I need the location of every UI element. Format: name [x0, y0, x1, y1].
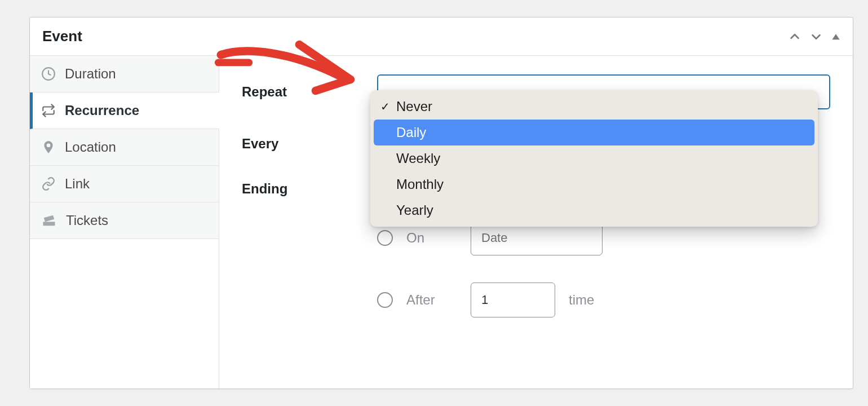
- tab-label: Recurrence: [65, 103, 139, 118]
- svg-marker-0: [832, 34, 839, 39]
- tab-link[interactable]: Link: [30, 166, 219, 202]
- ending-after-input[interactable]: [471, 283, 555, 317]
- dropdown-option-label: Never: [396, 99, 432, 114]
- dropdown-option-weekly[interactable]: Weekly: [374, 145, 814, 171]
- dropdown-option-daily[interactable]: Daily: [374, 120, 814, 145]
- tab-location[interactable]: Location: [30, 129, 219, 166]
- tickets-icon: [41, 213, 57, 228]
- ending-option-after[interactable]: After time: [377, 283, 603, 317]
- tab-tickets[interactable]: Tickets: [30, 202, 219, 239]
- repeat-label: Repeat: [242, 84, 355, 100]
- tab-duration[interactable]: Duration: [30, 56, 219, 92]
- dropdown-option-label: Weekly: [396, 151, 440, 166]
- repeat-icon: [41, 103, 56, 118]
- move-up-icon[interactable]: [789, 30, 801, 43]
- radio-icon[interactable]: [377, 292, 393, 308]
- panel-header: Event: [30, 17, 853, 56]
- clock-icon: [41, 67, 56, 81]
- radio-icon[interactable]: [377, 230, 393, 246]
- dropdown-option-yearly[interactable]: Yearly: [374, 197, 814, 223]
- svg-point-2: [47, 144, 51, 148]
- tab-label: Tickets: [66, 213, 108, 228]
- tab-label: Duration: [65, 66, 116, 82]
- pin-icon: [41, 140, 56, 155]
- tab-label: Location: [65, 139, 116, 155]
- move-down-icon[interactable]: [810, 30, 822, 43]
- link-icon: [41, 176, 56, 191]
- ending-label: Ending: [242, 178, 355, 197]
- radio-label: After: [406, 292, 457, 308]
- dropdown-option-never[interactable]: ✓ Never: [374, 94, 814, 120]
- panel-header-controls: [789, 30, 840, 43]
- toggle-panel-icon[interactable]: [831, 32, 840, 41]
- repeat-dropdown[interactable]: ✓ Never Daily Weekly Monthly Yearly: [370, 90, 818, 227]
- panel-title: Event: [42, 28, 82, 45]
- radio-label: On: [406, 230, 457, 246]
- sidebar: Duration Recurrence Location Link: [30, 56, 219, 389]
- ending-after-suffix: time: [569, 292, 594, 308]
- tab-recurrence[interactable]: Recurrence: [30, 92, 219, 129]
- tab-label: Link: [65, 176, 90, 192]
- dropdown-option-label: Daily: [396, 125, 426, 140]
- check-icon: ✓: [380, 100, 396, 113]
- dropdown-option-label: Monthly: [396, 176, 444, 192]
- dropdown-option-monthly[interactable]: Monthly: [374, 171, 814, 197]
- dropdown-option-label: Yearly: [396, 202, 433, 218]
- every-label: Every: [242, 136, 355, 152]
